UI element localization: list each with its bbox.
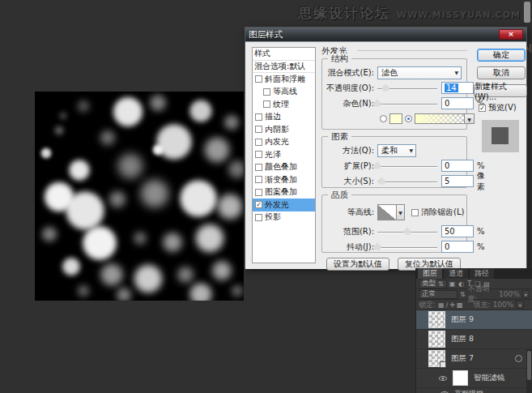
- cancel-button[interactable]: 取消: [477, 66, 526, 79]
- lock-icons[interactable]: ▦∕✛▩: [438, 301, 465, 309]
- set-default-button[interactable]: 设置为默认值: [326, 258, 389, 271]
- check-icon: ✓: [479, 105, 485, 112]
- layer-thumbnail[interactable]: [428, 311, 445, 328]
- style-list-item[interactable]: 混合选项:默认: [253, 61, 315, 74]
- layer-thumbnail[interactable]: [428, 331, 445, 348]
- gradient-swatch[interactable]: [415, 113, 465, 124]
- divider: [357, 50, 467, 51]
- gradient-picker-arrow[interactable]: ▼: [465, 113, 475, 124]
- layer-row[interactable]: 智能滤镜: [416, 369, 532, 388]
- noise-slider[interactable]: [377, 99, 437, 109]
- size-slider[interactable]: [377, 177, 437, 186]
- layer-row[interactable]: 图层 8: [416, 330, 532, 349]
- lock-icon[interactable]: ▩: [457, 301, 463, 309]
- quality-group: 品质 等高线: ▼ 消除锯齿(L) 范围(R): 50: [321, 194, 467, 253]
- filter-icon[interactable]: ◐: [458, 280, 464, 288]
- style-list-item[interactable]: 渐变叠加: [253, 173, 315, 186]
- layers-panel: 图层通道路径 类型 ⇅ ▣◐T❑▤ 正常 ⇅ 不透明度: 100% ▾ 锁定: …: [415, 268, 532, 393]
- style-checkbox[interactable]: [255, 189, 262, 196]
- opacity-slider[interactable]: [377, 83, 437, 93]
- style-checkbox[interactable]: [255, 164, 262, 171]
- new-style-button[interactable]: 新建样式(W)...: [474, 84, 527, 97]
- technique-select[interactable]: 柔和 ▼: [377, 144, 416, 157]
- dialog-titlebar[interactable]: 图层样式 ×: [245, 28, 526, 41]
- contour-picker-arrow[interactable]: ▼: [397, 204, 405, 220]
- layer-blend-mode-select[interactable]: 正常: [419, 290, 458, 299]
- set-default-label: 设置为默认值: [334, 258, 382, 270]
- style-list-item[interactable]: 光泽: [253, 148, 315, 161]
- style-list-item[interactable]: 内阴影: [253, 123, 315, 136]
- smart-filter-entry[interactable]: 高斯模糊: [416, 388, 532, 393]
- preview-checkbox[interactable]: ✓: [479, 105, 486, 112]
- style-checkbox[interactable]: [263, 88, 270, 96]
- layer-row[interactable]: 图层 7: [416, 349, 532, 369]
- lock-icon[interactable]: ∕: [446, 301, 449, 309]
- style-checkbox[interactable]: [255, 75, 262, 83]
- blend-mode-select[interactable]: 滤色 ▼: [377, 66, 462, 79]
- glow-color-swatch[interactable]: [389, 113, 402, 124]
- bokeh-circle: [177, 266, 194, 284]
- layer-thumbnail[interactable]: [428, 350, 445, 367]
- document-canvas[interactable]: [35, 92, 244, 301]
- style-list-item[interactable]: 等高线: [253, 86, 315, 99]
- range-slider[interactable]: [377, 227, 437, 237]
- jitter-unit: %: [477, 242, 485, 251]
- layer-filter-select[interactable]: 类型 ⇅: [419, 280, 447, 288]
- opacity-dropdown-arrow[interactable]: ▾: [522, 290, 530, 298]
- jitter-value: 0: [445, 242, 449, 251]
- chevron-down-icon: ▼: [454, 70, 458, 75]
- ok-button[interactable]: 确定: [477, 49, 526, 62]
- lock-icon[interactable]: ▦: [438, 301, 445, 309]
- panel-tab-1[interactable]: 图层: [418, 268, 442, 279]
- size-input[interactable]: 5: [441, 175, 474, 187]
- style-list-item[interactable]: 样式: [253, 48, 315, 61]
- bokeh-circle: [77, 284, 90, 297]
- antialias-label: 消除锯齿(L): [421, 207, 464, 218]
- smart-filter-toggle-icon[interactable]: [515, 355, 522, 362]
- solid-color-radio[interactable]: [380, 115, 387, 122]
- range-input[interactable]: 50: [441, 225, 474, 237]
- layers-scrollbar[interactable]: [526, 349, 532, 393]
- scrollbar-thumb[interactable]: [527, 351, 531, 380]
- layer-thumbnail[interactable]: [453, 370, 468, 386]
- chevron-down-icon: ▼: [409, 147, 413, 153]
- style-checkbox[interactable]: ✓: [255, 201, 262, 208]
- gradient-radio[interactable]: [405, 115, 412, 122]
- style-list-item[interactable]: 颜色叠加: [253, 161, 315, 174]
- range-label: 范围(R):: [322, 226, 374, 237]
- style-list-item[interactable]: 描边: [253, 111, 315, 124]
- style-checkbox[interactable]: [255, 176, 262, 183]
- antialias-checkbox[interactable]: [411, 209, 419, 216]
- bokeh-circle: [109, 190, 126, 208]
- style-checkbox[interactable]: [255, 139, 262, 146]
- style-list-item[interactable]: 投影: [253, 211, 315, 224]
- style-list-item[interactable]: 纹理: [253, 98, 315, 111]
- lock-icon[interactable]: ✛: [449, 301, 455, 309]
- style-list-item[interactable]: 图案叠加: [253, 186, 315, 199]
- style-list-item[interactable]: 斜面和浮雕: [253, 73, 315, 86]
- style-checkbox[interactable]: [255, 113, 262, 121]
- spread-slider[interactable]: [377, 161, 437, 171]
- quality-group-label: 品质: [328, 190, 351, 201]
- panel-tab-3[interactable]: 路径: [470, 268, 494, 279]
- style-checkbox[interactable]: [255, 126, 262, 133]
- jitter-slider[interactable]: [377, 242, 437, 252]
- style-item-label: 外发光: [265, 199, 289, 211]
- noise-input[interactable]: 0: [441, 97, 474, 109]
- cancel-label: 取消: [493, 67, 509, 79]
- style-list-item[interactable]: 内发光: [253, 136, 315, 149]
- fill-dropdown-arrow[interactable]: ▾: [516, 301, 524, 309]
- style-checkbox[interactable]: [263, 100, 270, 108]
- jitter-input[interactable]: 0: [441, 241, 474, 253]
- contour-picker[interactable]: [377, 204, 397, 220]
- close-button[interactable]: ×: [499, 29, 523, 40]
- opacity-input[interactable]: 14: [441, 82, 474, 94]
- panel-tab-2[interactable]: 通道: [444, 268, 468, 279]
- filter-icon[interactable]: ▣: [449, 280, 456, 288]
- style-checkbox[interactable]: [255, 151, 262, 158]
- style-checkbox[interactable]: [255, 214, 262, 221]
- spread-input[interactable]: 0: [441, 160, 474, 172]
- layer-row[interactable]: 图层 9: [416, 310, 532, 330]
- eye-icon[interactable]: [439, 376, 447, 381]
- style-list-item[interactable]: ✓外发光: [253, 199, 315, 211]
